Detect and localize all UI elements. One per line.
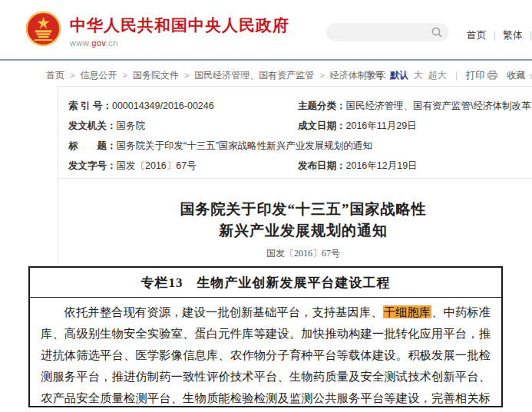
meta-value: 国务院 bbox=[117, 116, 146, 136]
print-button[interactable]: 打印 bbox=[466, 69, 497, 82]
column13-box: 专栏13 生物产业创新发展平台建设工程 依托并整合现有资源，建设一批创新基础平台… bbox=[28, 266, 503, 407]
meta-value: 国发〔2016〕67号 bbox=[117, 156, 197, 176]
document-title-box: 国务院关于印发“十三五”国家战略性 新兴产业发展规划的通知 国发〔2016〕67… bbox=[58, 178, 532, 264]
meta-title: 标 题： 国务院关于印发“十三五”国家战略性新兴产业发展规划的通知 bbox=[58, 136, 532, 156]
meta-row: 索 引 号： 000014349/2016-00246 主题分类： 国民经济管理… bbox=[58, 96, 532, 116]
print-label: 打印 bbox=[466, 69, 484, 82]
fontsize-default-button[interactable]: 默认 bbox=[390, 69, 408, 82]
highlighted-keyword: 干细胞库 bbox=[383, 305, 432, 318]
fontsize-xlarge-button[interactable]: 超大 bbox=[428, 69, 447, 82]
meta-doc-number: 发文字号： 国发〔2016〕67号 bbox=[58, 156, 298, 176]
meta-value: 国民经济管理、国有资产监管\经济体制改革 bbox=[346, 96, 531, 116]
search-input[interactable] bbox=[334, 23, 426, 41]
meta-label: 发布日期： bbox=[298, 156, 346, 176]
body-text-after: 、中药标准库、高级别生物安全实验室、蛋白元件库等建设。加快推动构建一批转化应用平… bbox=[41, 305, 491, 412]
document-title-line1: 国务院关于印发“十三五”国家战略性 bbox=[58, 199, 532, 220]
site-title: 中华人民共和国中央人民政府 bbox=[70, 15, 289, 36]
meta-value: 000014349/2016-00246 bbox=[112, 96, 214, 116]
meta-label: 主题分类： bbox=[298, 96, 346, 116]
breadcrumb-home[interactable]: 首页 bbox=[46, 69, 64, 82]
meta-label: 索 引 号： bbox=[68, 96, 112, 116]
site-url: www.gov.cn bbox=[70, 38, 289, 48]
divider: | bbox=[494, 30, 496, 41]
meta-index-number: 索 引 号： 000014349/2016-00246 bbox=[58, 96, 298, 116]
chevron-right-icon: > bbox=[319, 71, 324, 80]
header-rule bbox=[0, 59, 532, 61]
site-url-www: www. bbox=[70, 38, 91, 48]
site-identity: 中华人民共和国中央人民政府 www.gov.cn bbox=[70, 15, 289, 48]
top-nav-traditional[interactable]: 繁体 bbox=[503, 28, 523, 42]
site-url-gov: gov bbox=[91, 38, 105, 48]
search-box[interactable] bbox=[326, 23, 449, 41]
document-number: 国发〔2016〕67号 bbox=[58, 247, 532, 260]
column13-title: 专栏13 生物产业创新发展平台建设工程 bbox=[30, 268, 501, 298]
national-emblem-icon bbox=[25, 11, 61, 47]
chevron-right-icon: > bbox=[70, 71, 74, 80]
breadcrumb-state-council-docs[interactable]: 国务院文件 bbox=[133, 69, 179, 82]
body-text-before: 依托并整合现有资源，建设一批创新基础平台，支持基因库、 bbox=[64, 305, 383, 318]
fontsize-label: 字号: bbox=[365, 69, 386, 82]
meta-label: 发文机关： bbox=[68, 116, 117, 136]
fontsize-large-button[interactable]: 大 bbox=[414, 69, 423, 82]
meta-issuing-agency: 发文机关： 国务院 bbox=[58, 116, 298, 136]
favorite-label: 收藏 bbox=[507, 69, 525, 82]
printer-icon bbox=[487, 71, 497, 80]
favorite-button[interactable]: 收藏 ☆ bbox=[507, 69, 532, 82]
meta-topic-category: 主题分类： 国民经济管理、国有资产监管\经济体制改革 bbox=[298, 96, 532, 116]
divider: | bbox=[455, 70, 458, 81]
column13-body: 依托并整合现有资源，建设一批创新基础平台，支持基因库、干细胞库、中药标准库、高级… bbox=[30, 298, 501, 412]
site-url-cn: .cn bbox=[106, 38, 118, 48]
meta-value: 2016年12月19日 bbox=[346, 156, 418, 176]
meta-label: 标 题： bbox=[68, 136, 117, 156]
top-nav: 首页 | 繁体 | bbox=[467, 28, 532, 42]
star-icon: ☆ bbox=[528, 70, 532, 81]
chevron-right-icon: > bbox=[122, 71, 127, 80]
meta-publish-date: 发布日期： 2016年12月19日 bbox=[298, 156, 532, 176]
search-icon[interactable] bbox=[431, 27, 442, 38]
chevron-right-icon: > bbox=[184, 71, 189, 80]
meta-label: 发文字号： bbox=[68, 156, 117, 176]
meta-value: 2016年11月29日 bbox=[346, 116, 417, 136]
meta-written-date: 成文日期： 2016年11月29日 bbox=[298, 116, 532, 136]
top-nav-home[interactable]: 首页 bbox=[467, 28, 487, 42]
breadcrumb-economy-category[interactable]: 国民经济管理、国有资产监管 bbox=[194, 69, 314, 82]
breadcrumb-info-disclosure[interactable]: 信息公开 bbox=[80, 69, 117, 82]
meta-row: 发文机关： 国务院 成文日期： 2016年11月29日 bbox=[58, 116, 532, 136]
meta-row: 标 题： 国务院关于印发“十三五”国家战略性新兴产业发展规划的通知 bbox=[58, 136, 532, 156]
site-header: 中华人民共和国中央人民政府 www.gov.cn 首页 | 繁体 | bbox=[0, 0, 532, 59]
page: 中华人民共和国中央人民政府 www.gov.cn 首页 | 繁体 | 首页 > … bbox=[0, 0, 532, 412]
breadcrumb: 首页 > 信息公开 > 国务院文件 > 国民经济管理、国有资产监管 > 经济体制… bbox=[46, 68, 532, 83]
document-title-line2: 新兴产业发展规划的通知 bbox=[58, 220, 532, 242]
meta-value: 国务院关于印发“十三五”国家战略性新兴产业发展规划的通知 bbox=[117, 136, 372, 156]
meta-row: 发文字号： 国发〔2016〕67号 发布日期： 2016年12月19日 bbox=[58, 156, 532, 176]
document-metadata-panel: 索 引 号： 000014349/2016-00246 主题分类： 国民经济管理… bbox=[58, 86, 532, 184]
meta-label: 成文日期： bbox=[298, 116, 346, 136]
